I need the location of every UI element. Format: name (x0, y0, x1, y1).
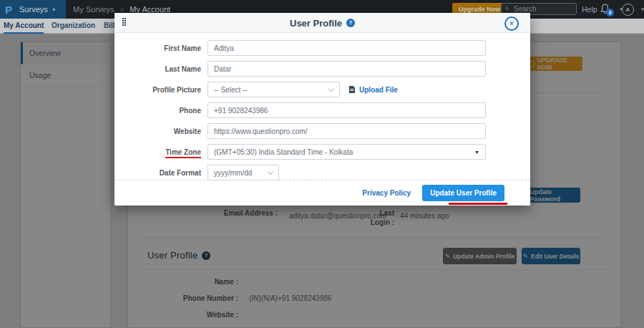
modal-title: User Profile ? (114, 13, 530, 33)
first-name-input[interactable] (208, 40, 486, 56)
modal-title-text: User Profile (290, 18, 342, 29)
profile-picture-value: -- Select -- (214, 86, 248, 94)
questionpro-logo-icon: P (5, 4, 12, 16)
annotation-underline (449, 203, 507, 205)
chevron-down-icon (268, 168, 273, 174)
help-icon[interactable]: ? (346, 19, 355, 27)
upload-file-label: Upload File (359, 86, 398, 94)
date-format-select[interactable]: yyyy/mm/dd (208, 165, 279, 180)
tab-my-account[interactable]: My Account (4, 19, 44, 34)
date-format-value: yyyy/mm/dd (214, 169, 252, 177)
chevron-down-icon: ▼ (52, 7, 57, 12)
date-format-label: Date Format (114, 169, 208, 177)
time-zone-label: Time Zone (114, 148, 208, 156)
update-user-profile-button[interactable]: Update User Profile (422, 185, 504, 201)
modal-footer: Privacy Policy Update User Profile (114, 180, 530, 206)
breadcrumb-my-surveys[interactable]: My Surveys (73, 5, 114, 14)
last-name-label: Last Name (114, 65, 208, 73)
time-zone-label-text: Time Zone (165, 148, 201, 158)
privacy-policy-link[interactable]: Privacy Policy (362, 189, 411, 197)
website-label: Website (114, 127, 208, 135)
surveys-menu-label: Surveys (19, 5, 48, 14)
first-name-label: First Name (114, 44, 208, 52)
notification-count-badge: 3 (606, 9, 614, 16)
last-name-input[interactable] (208, 61, 486, 77)
phone-input[interactable] (208, 102, 486, 118)
chevron-down-icon (328, 85, 334, 91)
file-icon (348, 86, 356, 93)
breadcrumb-separator: > (119, 6, 124, 14)
search-icon (505, 5, 509, 13)
website-input[interactable] (208, 123, 486, 139)
profile-picture-select[interactable]: -- Select -- (208, 82, 340, 97)
product-switcher[interactable]: P Surveys ▼ (0, 0, 66, 19)
help-link[interactable]: Help (582, 0, 597, 19)
user-profile-modal: User Profile ? ✕ First Name Last Name Pr… (114, 13, 530, 206)
caret-down-icon: ▼ (474, 150, 479, 155)
close-icon[interactable]: ✕ (504, 16, 519, 31)
tab-organization[interactable]: Organization (52, 19, 95, 32)
time-zone-select[interactable]: (GMT+05:30) India Standard Time - Kolkat… (208, 144, 486, 160)
upload-file-link[interactable]: Upload File (348, 86, 398, 94)
time-zone-value: (GMT+05:30) India Standard Time - Kolkat… (214, 148, 353, 156)
profile-picture-label: Profile Picture (114, 86, 208, 94)
chevron-down-icon[interactable]: ▼ (640, 7, 644, 11)
avatar[interactable]: A (622, 4, 634, 16)
phone-label: Phone (114, 107, 208, 115)
